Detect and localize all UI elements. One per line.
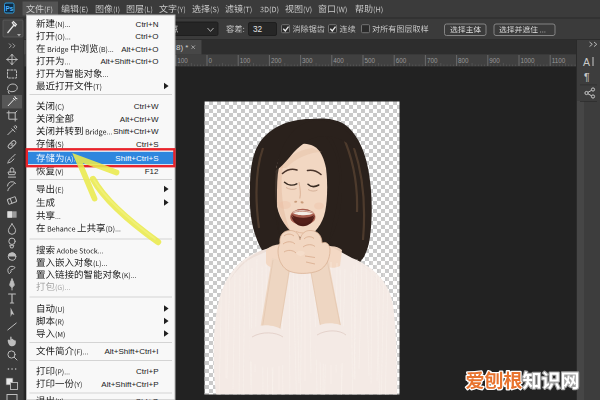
svg-text:Shift+Ctrl+W: Shift+Ctrl+W — [113, 127, 159, 136]
svg-text:900: 900 — [489, 57, 500, 64]
svg-text:Ctrl+P: Ctrl+P — [136, 367, 158, 376]
svg-text:Shift+Ctrl+S: Shift+Ctrl+S — [115, 154, 158, 163]
svg-text:8) *: 8) * — [176, 43, 188, 52]
svg-text:0: 0 — [209, 57, 213, 64]
svg-text:Ctrl+S: Ctrl+S — [136, 140, 158, 149]
svg-text:Alt+Shift+Ctrl+O: Alt+Shift+Ctrl+O — [100, 57, 158, 66]
svg-text:Ctrl+O: Ctrl+O — [135, 32, 158, 41]
svg-text:200: 200 — [271, 57, 282, 64]
svg-text:Ctrl+W: Ctrl+W — [134, 102, 159, 111]
svg-text:1000: 1000 — [521, 57, 536, 64]
svg-text:400: 400 — [333, 57, 344, 64]
svg-text:Alt+Ctrl+O: Alt+Ctrl+O — [121, 45, 158, 54]
svg-text:100: 100 — [240, 57, 251, 64]
svg-text:32: 32 — [253, 25, 263, 34]
svg-text:1100: 1100 — [552, 57, 566, 64]
svg-text:Alt+Ctrl+W: Alt+Ctrl+W — [120, 115, 159, 124]
svg-text:100: 100 — [177, 57, 188, 64]
svg-text:A: A — [583, 56, 590, 68]
svg-text:600: 600 — [396, 57, 407, 64]
svg-text:F12: F12 — [145, 167, 159, 176]
svg-text:Alt+Shift+Ctrl+I: Alt+Shift+Ctrl+I — [104, 347, 158, 356]
svg-text:300: 300 — [302, 57, 313, 64]
svg-text:Ps: Ps — [6, 5, 14, 12]
svg-text:Ctrl+N: Ctrl+N — [136, 20, 159, 29]
svg-text:Alt+Shift+Ctrl+P: Alt+Shift+Ctrl+P — [101, 380, 158, 389]
svg-text:800: 800 — [458, 57, 469, 64]
svg-text:¶: ¶ — [584, 71, 590, 83]
svg-text:500: 500 — [365, 57, 376, 64]
svg-text:700: 700 — [427, 57, 438, 64]
